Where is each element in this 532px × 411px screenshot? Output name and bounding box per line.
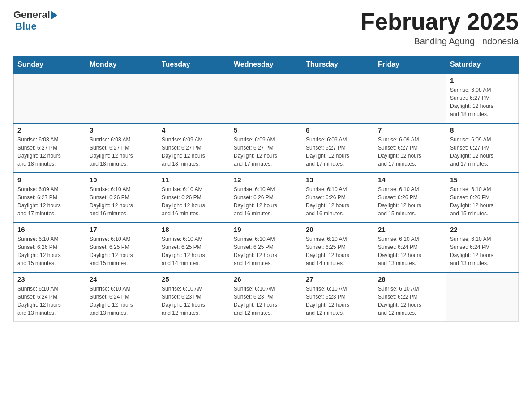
day-info: Sunrise: 6:10 AM Sunset: 6:25 PM Dayligh… xyxy=(306,235,370,267)
header-day-sunday: Sunday xyxy=(14,56,86,74)
calendar-cell: 6Sunrise: 6:09 AM Sunset: 6:27 PM Daylig… xyxy=(302,123,374,173)
header-day-tuesday: Tuesday xyxy=(158,56,230,74)
page-header: General Blue February 2025 Banding Agung… xyxy=(13,9,519,47)
day-info: Sunrise: 6:10 AM Sunset: 6:24 PM Dayligh… xyxy=(90,285,154,317)
calendar-cell: 8Sunrise: 6:09 AM Sunset: 6:27 PM Daylig… xyxy=(446,123,519,173)
month-title: February 2025 xyxy=(360,9,519,34)
calendar-week-3: 16Sunrise: 6:10 AM Sunset: 6:26 PM Dayli… xyxy=(14,223,519,272)
calendar-cell xyxy=(302,73,374,123)
day-number: 6 xyxy=(306,126,370,134)
day-number: 23 xyxy=(17,275,82,283)
day-number: 10 xyxy=(90,176,154,184)
logo-arrow-icon xyxy=(51,11,57,20)
day-info: Sunrise: 6:10 AM Sunset: 6:25 PM Dayligh… xyxy=(234,235,298,267)
day-number: 5 xyxy=(234,126,298,134)
day-number: 1 xyxy=(450,77,515,84)
day-info: Sunrise: 6:10 AM Sunset: 6:26 PM Dayligh… xyxy=(450,185,515,218)
day-number: 14 xyxy=(378,176,442,184)
day-number: 20 xyxy=(306,226,370,233)
day-info: Sunrise: 6:10 AM Sunset: 6:25 PM Dayligh… xyxy=(90,235,154,267)
day-number: 22 xyxy=(450,226,515,233)
calendar-cell: 15Sunrise: 6:10 AM Sunset: 6:26 PM Dayli… xyxy=(446,173,519,223)
calendar-cell: 21Sunrise: 6:10 AM Sunset: 6:24 PM Dayli… xyxy=(374,223,446,272)
title-block: February 2025 Banding Agung, Indonesia xyxy=(360,9,519,47)
day-number: 27 xyxy=(306,275,370,283)
calendar-cell xyxy=(14,73,86,123)
calendar-cell: 2Sunrise: 6:08 AM Sunset: 6:27 PM Daylig… xyxy=(14,123,86,173)
calendar-week-4: 23Sunrise: 6:10 AM Sunset: 6:24 PM Dayli… xyxy=(14,272,519,322)
day-number: 25 xyxy=(162,275,226,283)
day-info: Sunrise: 6:08 AM Sunset: 6:27 PM Dayligh… xyxy=(17,136,82,168)
day-info: Sunrise: 6:10 AM Sunset: 6:23 PM Dayligh… xyxy=(162,285,226,317)
day-info: Sunrise: 6:10 AM Sunset: 6:24 PM Dayligh… xyxy=(450,235,515,267)
calendar-cell: 19Sunrise: 6:10 AM Sunset: 6:25 PM Dayli… xyxy=(230,223,302,272)
calendar-cell: 28Sunrise: 6:10 AM Sunset: 6:22 PM Dayli… xyxy=(374,272,446,322)
calendar-cell: 11Sunrise: 6:10 AM Sunset: 6:26 PM Dayli… xyxy=(158,173,230,223)
day-info: Sunrise: 6:09 AM Sunset: 6:27 PM Dayligh… xyxy=(378,136,442,168)
day-number: 21 xyxy=(378,226,442,233)
location-label: Banding Agung, Indonesia xyxy=(360,36,519,47)
day-info: Sunrise: 6:09 AM Sunset: 6:27 PM Dayligh… xyxy=(234,136,298,168)
day-info: Sunrise: 6:08 AM Sunset: 6:27 PM Dayligh… xyxy=(90,136,154,168)
calendar-week-0: 1Sunrise: 6:08 AM Sunset: 6:27 PM Daylig… xyxy=(14,73,519,123)
day-number: 16 xyxy=(17,226,82,233)
calendar-cell: 22Sunrise: 6:10 AM Sunset: 6:24 PM Dayli… xyxy=(446,223,519,272)
calendar-cell: 18Sunrise: 6:10 AM Sunset: 6:25 PM Dayli… xyxy=(158,223,230,272)
day-number: 18 xyxy=(162,226,226,233)
day-info: Sunrise: 6:10 AM Sunset: 6:26 PM Dayligh… xyxy=(90,185,154,218)
logo: General Blue xyxy=(13,9,57,32)
calendar-cell: 16Sunrise: 6:10 AM Sunset: 6:26 PM Dayli… xyxy=(14,223,86,272)
day-info: Sunrise: 6:10 AM Sunset: 6:22 PM Dayligh… xyxy=(378,285,442,317)
calendar-cell xyxy=(446,272,519,322)
calendar-cell: 20Sunrise: 6:10 AM Sunset: 6:25 PM Dayli… xyxy=(302,223,374,272)
logo-blue-text: Blue xyxy=(15,21,37,32)
calendar-week-2: 9Sunrise: 6:09 AM Sunset: 6:27 PM Daylig… xyxy=(14,173,519,223)
calendar-cell: 5Sunrise: 6:09 AM Sunset: 6:27 PM Daylig… xyxy=(230,123,302,173)
calendar-cell: 23Sunrise: 6:10 AM Sunset: 6:24 PM Dayli… xyxy=(14,272,86,322)
day-info: Sunrise: 6:09 AM Sunset: 6:27 PM Dayligh… xyxy=(306,136,370,168)
day-number: 15 xyxy=(450,176,515,184)
day-info: Sunrise: 6:10 AM Sunset: 6:23 PM Dayligh… xyxy=(234,285,298,317)
day-info: Sunrise: 6:10 AM Sunset: 6:25 PM Dayligh… xyxy=(162,235,226,267)
calendar-cell: 7Sunrise: 6:09 AM Sunset: 6:27 PM Daylig… xyxy=(374,123,446,173)
day-info: Sunrise: 6:10 AM Sunset: 6:24 PM Dayligh… xyxy=(378,235,442,267)
calendar-body: 1Sunrise: 6:08 AM Sunset: 6:27 PM Daylig… xyxy=(14,73,519,322)
calendar-week-1: 2Sunrise: 6:08 AM Sunset: 6:27 PM Daylig… xyxy=(14,123,519,173)
day-number: 8 xyxy=(450,126,515,134)
header-day-thursday: Thursday xyxy=(302,56,374,74)
header-day-wednesday: Wednesday xyxy=(230,56,302,74)
day-info: Sunrise: 6:10 AM Sunset: 6:26 PM Dayligh… xyxy=(162,185,226,218)
day-number: 3 xyxy=(90,126,154,134)
day-info: Sunrise: 6:10 AM Sunset: 6:26 PM Dayligh… xyxy=(234,185,298,218)
calendar-cell: 4Sunrise: 6:09 AM Sunset: 6:27 PM Daylig… xyxy=(158,123,230,173)
calendar-cell xyxy=(158,73,230,123)
calendar-cell: 1Sunrise: 6:08 AM Sunset: 6:27 PM Daylig… xyxy=(446,73,519,123)
calendar-cell: 26Sunrise: 6:10 AM Sunset: 6:23 PM Dayli… xyxy=(230,272,302,322)
day-number: 28 xyxy=(378,275,442,283)
calendar-cell: 10Sunrise: 6:10 AM Sunset: 6:26 PM Dayli… xyxy=(86,173,158,223)
day-number: 11 xyxy=(162,176,226,184)
day-number: 19 xyxy=(234,226,298,233)
day-info: Sunrise: 6:09 AM Sunset: 6:27 PM Dayligh… xyxy=(17,185,82,218)
day-number: 13 xyxy=(306,176,370,184)
header-day-monday: Monday xyxy=(86,56,158,74)
calendar-cell: 3Sunrise: 6:08 AM Sunset: 6:27 PM Daylig… xyxy=(86,123,158,173)
day-info: Sunrise: 6:09 AM Sunset: 6:27 PM Dayligh… xyxy=(450,136,515,168)
day-info: Sunrise: 6:10 AM Sunset: 6:26 PM Dayligh… xyxy=(17,235,82,267)
calendar-header: SundayMondayTuesdayWednesdayThursdayFrid… xyxy=(14,56,519,74)
day-number: 9 xyxy=(17,176,82,184)
day-number: 7 xyxy=(378,126,442,134)
calendar-cell: 24Sunrise: 6:10 AM Sunset: 6:24 PM Dayli… xyxy=(86,272,158,322)
day-info: Sunrise: 6:10 AM Sunset: 6:26 PM Dayligh… xyxy=(306,185,370,218)
calendar-cell: 17Sunrise: 6:10 AM Sunset: 6:25 PM Dayli… xyxy=(86,223,158,272)
day-number: 26 xyxy=(234,275,298,283)
day-number: 24 xyxy=(90,275,154,283)
logo-general-text: General xyxy=(13,9,50,21)
day-info: Sunrise: 6:10 AM Sunset: 6:23 PM Dayligh… xyxy=(306,285,370,317)
day-info: Sunrise: 6:10 AM Sunset: 6:24 PM Dayligh… xyxy=(17,285,82,317)
calendar-cell xyxy=(374,73,446,123)
header-row: SundayMondayTuesdayWednesdayThursdayFrid… xyxy=(14,56,519,74)
calendar-table: SundayMondayTuesdayWednesdayThursdayFrid… xyxy=(13,56,519,322)
calendar-cell: 12Sunrise: 6:10 AM Sunset: 6:26 PM Dayli… xyxy=(230,173,302,223)
calendar-cell xyxy=(230,73,302,123)
